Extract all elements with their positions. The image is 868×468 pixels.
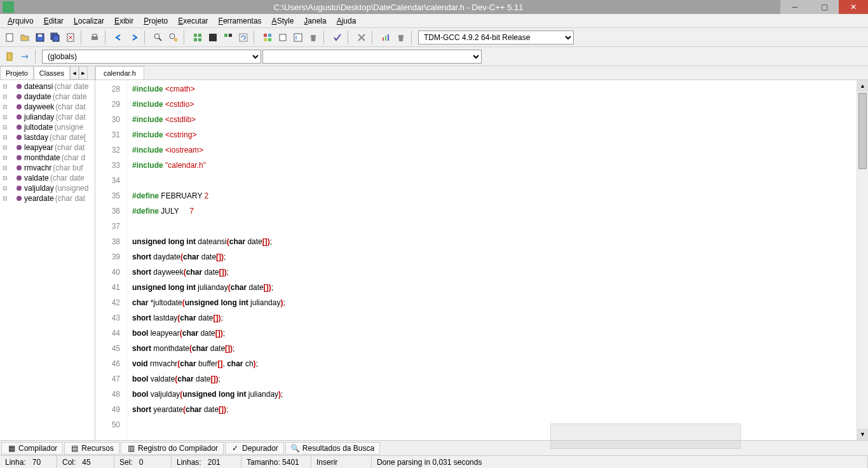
save-all-button[interactable]: [48, 31, 62, 45]
compiler-select[interactable]: TDM-GCC 4.9.2 64-bit Release: [418, 31, 574, 45]
print-button[interactable]: [88, 31, 102, 45]
output-tab-3[interactable]: ✓Depurador: [225, 442, 284, 455]
line-gutter: 2829303132333435363738394041424344454647…: [95, 80, 127, 440]
menu-ajuda[interactable]: Ajuda: [332, 15, 362, 27]
menu-astyle[interactable]: AStyle: [267, 15, 299, 27]
svg-rect-18: [209, 34, 217, 41]
tree-item-daydate[interactable]: ⊟daydate (char date: [1, 92, 93, 102]
debug-button[interactable]: [261, 31, 275, 45]
close-button[interactable]: ✕: [839, 0, 868, 14]
menu-bar: ArquivoEditarLocalizarExibirProjetoExecu…: [0, 14, 868, 28]
svg-rect-17: [198, 38, 201, 41]
close-file-button[interactable]: [64, 31, 78, 45]
output-tab-1[interactable]: ▤Recursos: [64, 442, 119, 455]
tab-nav-left[interactable]: ◄: [70, 66, 79, 79]
output-tab-4[interactable]: 🔍Resultados da Busca: [285, 442, 380, 455]
svg-rect-33: [388, 34, 389, 41]
bookmark-button[interactable]: [3, 50, 17, 64]
stop-button[interactable]: [276, 31, 290, 45]
svg-line-11: [159, 38, 161, 41]
abort-button[interactable]: [355, 31, 369, 45]
editor-tab[interactable]: calendar.h: [95, 66, 144, 79]
tree-item-dateansi[interactable]: ⊟dateansi (char date: [1, 81, 93, 92]
tab-classes[interactable]: Classes: [34, 66, 70, 79]
scroll-down-icon[interactable]: ▼: [857, 429, 868, 440]
svg-rect-14: [194, 34, 197, 37]
svg-rect-9: [93, 34, 97, 37]
tree-item-julianday[interactable]: ⊟julianday (char dat: [1, 112, 93, 122]
run-button[interactable]: [206, 31, 220, 45]
svg-rect-34: [7, 53, 12, 60]
rebuild-button[interactable]: [236, 31, 250, 45]
status-line-label: Linha:: [5, 458, 26, 467]
undo-button[interactable]: [112, 31, 126, 45]
maximize-button[interactable]: ▢: [810, 0, 839, 14]
profile-button[interactable]: [291, 31, 305, 45]
new-file-button[interactable]: [3, 31, 17, 45]
svg-rect-25: [268, 38, 271, 41]
menu-projeto[interactable]: Projeto: [139, 15, 173, 27]
code-text[interactable]: #include <cmath> #include <cstdio> #incl…: [127, 80, 857, 440]
menu-exibir[interactable]: Exibir: [109, 15, 139, 27]
replace-button[interactable]: [166, 31, 180, 45]
scope-toolbar: (globals): [0, 47, 868, 66]
menu-janela[interactable]: Janela: [299, 15, 331, 27]
tree-item-lastday[interactable]: ⊟lastday (char date[: [1, 132, 93, 142]
tree-item-jultodate[interactable]: ⊟jultodate (unsigne: [1, 122, 93, 132]
svg-rect-0: [6, 34, 13, 41]
app-icon: [3, 1, 14, 13]
compile-button[interactable]: [191, 31, 205, 45]
menu-arquivo[interactable]: Arquivo: [3, 15, 39, 27]
tab-nav-right[interactable]: ►: [79, 66, 88, 79]
save-button[interactable]: [33, 31, 47, 45]
trash2-button[interactable]: [394, 31, 408, 45]
status-lines-value: 201: [208, 458, 220, 467]
scroll-up-icon[interactable]: ▲: [857, 80, 868, 92]
status-col-value: 45: [82, 458, 90, 467]
output-tab-0[interactable]: ▦Compilador: [1, 442, 63, 455]
class-tree[interactable]: ⊟dateansi (char date⊟daydate (char date⊟…: [0, 80, 95, 440]
scope-select[interactable]: (globals): [42, 50, 261, 64]
svg-rect-23: [268, 34, 271, 37]
tree-item-dayweek[interactable]: ⊟dayweek (char dat: [1, 102, 93, 112]
svg-rect-32: [385, 36, 386, 41]
chart-button[interactable]: [379, 31, 393, 45]
status-col-label: Col:: [62, 458, 76, 467]
compile-run-button[interactable]: [221, 31, 235, 45]
status-lines-label: Linhas:: [177, 458, 201, 467]
tree-item-valjulday[interactable]: ⊟valjulday (unsigned: [1, 183, 93, 193]
svg-rect-19: [224, 34, 227, 37]
check-button[interactable]: [330, 31, 344, 45]
trash-button[interactable]: [306, 31, 320, 45]
tree-item-yeardate[interactable]: ⊟yeardate (char dat: [1, 193, 93, 203]
notification-ghost: [550, 423, 741, 449]
menu-editar[interactable]: Editar: [39, 15, 69, 27]
svg-rect-2: [38, 34, 42, 37]
tree-item-valdate[interactable]: ⊟valdate (char date: [1, 173, 93, 183]
redo-button[interactable]: [127, 31, 141, 45]
tree-item-monthdate[interactable]: ⊟monthdate (char d: [1, 153, 93, 163]
menu-executar[interactable]: Executar: [173, 15, 213, 27]
member-select[interactable]: [262, 50, 482, 64]
title-bar: C:\Users\Augusto\Desktop\DateCalendar\ca…: [0, 0, 868, 14]
goto-button[interactable]: [18, 50, 32, 64]
code-editor[interactable]: 2829303132333435363738394041424344454647…: [95, 80, 868, 440]
find-button[interactable]: [151, 31, 165, 45]
open-button[interactable]: [18, 31, 32, 45]
svg-rect-27: [294, 34, 302, 41]
tab-project[interactable]: Projeto: [0, 66, 34, 79]
status-size-label: Tamanho:: [247, 458, 280, 467]
menu-localizar[interactable]: Localizar: [69, 15, 109, 27]
scroll-thumb[interactable]: [858, 93, 867, 169]
svg-rect-31: [383, 38, 384, 41]
vertical-scrollbar[interactable]: ▲ ▼: [857, 80, 868, 440]
svg-point-12: [170, 34, 175, 39]
output-tab-2[interactable]: ▥Registro do Compilador: [121, 442, 224, 455]
svg-rect-26: [280, 34, 286, 41]
tree-item-leapyear[interactable]: ⊟leapyear (char dat: [1, 142, 93, 153]
tree-item-rmvachr[interactable]: ⊟rmvachr (char buf: [1, 163, 93, 173]
minimize-button[interactable]: ─: [780, 0, 810, 14]
status-size-value: 5401: [282, 458, 299, 467]
menu-ferramentas[interactable]: Ferramentas: [214, 15, 267, 27]
svg-point-10: [154, 34, 159, 39]
